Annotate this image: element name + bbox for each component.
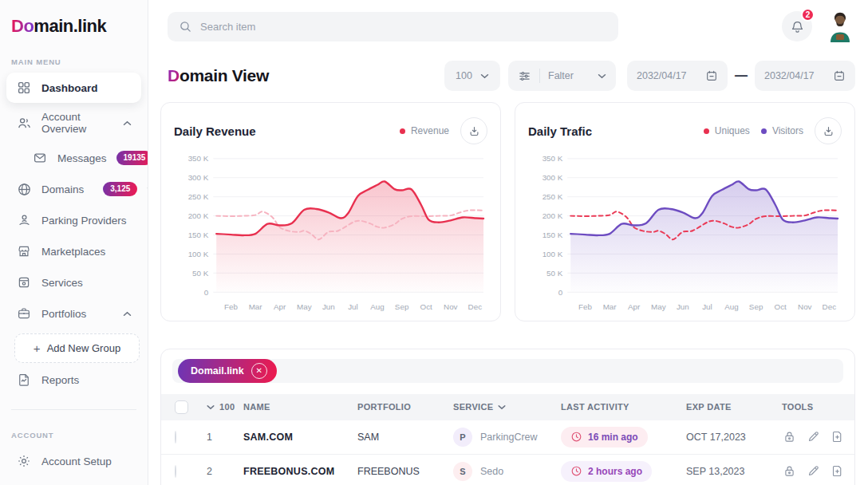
edit-pencil-icon[interactable] [806,463,821,479]
row-checkbox[interactable] [175,465,176,478]
last-activity-pill: 2 hours ago [561,461,652,482]
service-cell: S Sedo [453,462,561,481]
chevron-up-icon[interactable] [123,311,132,317]
download-icon [823,125,834,137]
svg-text:Aug: Aug [370,302,385,311]
column-header-portfolio[interactable]: PORTFOLIO [357,402,453,412]
svg-text:150 K: 150 K [542,231,563,239]
dashboard-grid-icon [16,80,32,96]
search-bar[interactable] [168,12,618,41]
svg-text:150 K: 150 K [188,231,209,239]
column-header-tools: TOOLS [782,402,854,412]
filter-chip-domail-link[interactable]: Domail.link ✕ [178,359,277,383]
search-input[interactable] [200,21,607,33]
svg-text:Dec: Dec [823,302,837,311]
sidebar-item-label: Reports [41,374,79,386]
sidebar-item-services[interactable]: Services [6,267,141,298]
gear-icon [16,453,32,469]
notification-count-badge: 2 [801,8,815,22]
add-new-group-button[interactable]: + Add New Group [14,333,140,363]
sidebar-item-dashboard[interactable]: Dashboard [6,73,141,103]
duplicate-add-icon[interactable] [854,463,855,479]
download-chart-button[interactable] [815,117,842,144]
avatar[interactable] [825,10,855,42]
select-all-checkbox[interactable] [175,400,188,414]
svg-text:0: 0 [558,288,563,297]
page-title-gradient: D [168,66,180,85]
chevron-down-icon[interactable] [207,404,215,410]
column-header-last-activity[interactable]: LAST ACTIVITY [561,402,686,412]
sidebar-item-label: Account Overview [41,111,104,135]
download-chart-button[interactable] [460,117,487,144]
svg-text:50 K: 50 K [192,269,209,278]
row-tools [782,429,855,444]
daily-trafic-card: Daily Trafic Uniques Visitors [515,102,855,321]
filter-dropdown[interactable]: Falter [508,61,616,91]
page-size-value: 100 [456,70,472,81]
clock-icon [570,465,582,477]
brand-logo[interactable]: Domain.link [0,11,148,37]
clock-icon [570,431,582,443]
service-cell: P ParkingCrew [453,428,561,447]
close-icon[interactable]: ✕ [251,363,267,379]
notifications-button[interactable]: 2 [782,11,812,41]
row-index: 2 [207,466,243,477]
sidebar-item-account-overview[interactable]: Account Overview [6,104,141,142]
svg-text:Aug: Aug [724,302,739,311]
add-new-group-label: Add New Group [47,342,121,354]
table-row[interactable]: 1 SAM.COM SAM P ParkingCrew 16 min ago O… [161,420,854,455]
page-size-dropdown[interactable]: 100 [444,61,500,91]
service-name: ParkingCrew [480,432,538,443]
exp-date: OCT 17,2023 [686,432,782,443]
domain-name[interactable]: SAM.COM [243,432,357,443]
duplicate-add-icon[interactable] [854,429,855,444]
service-initial-badge: S [453,462,472,481]
domain-name[interactable]: FREEBONUS.COM [243,466,357,477]
sidebar-item-reports[interactable]: Reports [6,365,141,395]
file-add-icon[interactable] [830,429,845,444]
lock-icon[interactable] [782,429,797,444]
date-to-picker[interactable]: 2032/04/17 [755,61,855,91]
sidebar-item-report-a-bug[interactable]: Report a Bug [6,477,141,485]
last-activity-text: 2 hours ago [588,466,642,477]
row-tools [782,463,855,479]
row-index: 1 [207,432,243,443]
chart-title: Daily Trafic [528,124,592,138]
svg-text:Oct: Oct [420,302,433,311]
sidebar-item-domains[interactable]: Domains 3,125 [6,174,141,204]
column-header-service[interactable]: SERVICE [453,402,561,412]
svg-text:Apr: Apr [274,302,286,311]
svg-text:Oct: Oct [775,302,787,311]
table-header-row: 100 NAME PORTFOLIO SERVICE LAST ACTIVITY… [161,394,854,420]
sidebar-item-parking-providers[interactable]: Parking Providers [6,205,141,235]
svg-text:Jun: Jun [322,302,335,311]
table-row[interactable]: 2 FREEBONUS.COM FREEBONUS S Sedo 2 hours… [161,455,854,485]
sidebar-item-account-setup[interactable]: Account Setup [6,446,141,476]
edit-pencil-icon[interactable] [806,429,821,444]
globe-icon [16,181,32,197]
calendar-icon [705,69,718,82]
sidebar-item-label: Dashboard [41,82,98,94]
storefront-icon [16,243,32,259]
sidebar-item-marketplaces[interactable]: Marketplaces [6,236,141,266]
svg-text:250 K: 250 K [188,192,209,201]
row-checkbox[interactable] [175,431,176,444]
svg-text:Mar: Mar [249,302,263,311]
lock-icon[interactable] [782,463,797,479]
date-from-picker[interactable]: 2032/04/17 [627,61,728,91]
daily-revenue-card: Daily Revenue Revenue 350 K300 K250 K200… [160,102,501,321]
sidebar-item-portfolios[interactable]: Portfolios [6,298,141,329]
date-to-value: 2032/04/17 [764,70,815,81]
app-root: Domain.link MAIN MENU Dashboard Account … [0,0,868,485]
chevron-up-icon[interactable] [123,120,132,126]
svg-text:200 K: 200 K [188,211,209,220]
portfolio-name: SAM [357,432,453,443]
sidebar-item-messages[interactable]: Messages 19135 [22,143,141,173]
column-header-exp-date[interactable]: EXP DATE [686,402,782,412]
file-add-icon[interactable] [830,463,845,479]
svg-text:Nov: Nov [798,302,812,311]
svg-text:0: 0 [204,288,209,297]
page-header: Domain View 100 Falter 2032/04/17 [168,61,855,91]
column-header-name[interactable]: NAME [243,402,357,412]
plus-icon: + [34,341,41,355]
